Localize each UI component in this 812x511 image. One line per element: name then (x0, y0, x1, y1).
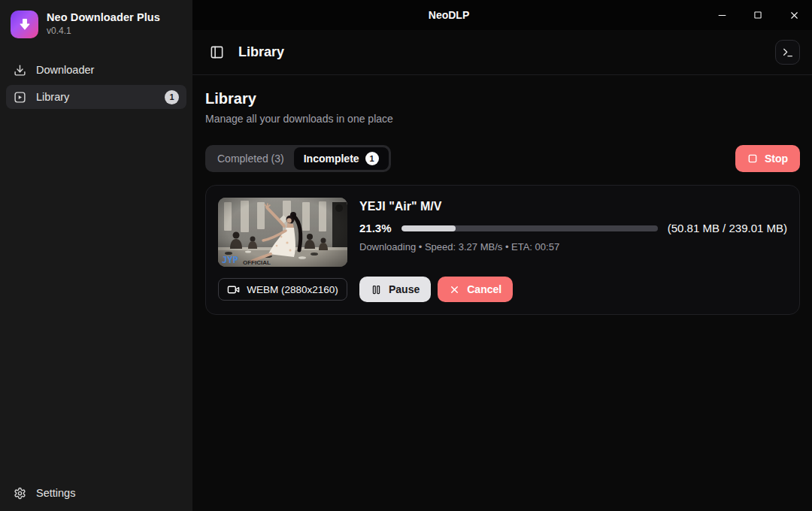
square-play-icon (14, 91, 26, 104)
app-brand-text: Neo Downloader Plus v0.4.1 (47, 11, 160, 36)
format-badge: WEBM (2880x2160) (218, 278, 347, 301)
terminal-icon (782, 47, 794, 59)
gear-icon (14, 487, 26, 500)
tab-group: Completed (3) Incomplete 1 (205, 145, 391, 172)
format-label: WEBM (2880x2160) (247, 284, 338, 295)
page-title: Library (205, 90, 800, 107)
progress-row: 21.3% (50.81 MB / 239.01 MB) (359, 222, 787, 234)
tab-completed[interactable]: Completed (3) (208, 147, 294, 170)
pause-button[interactable]: Pause (359, 277, 431, 302)
progress-percent: 21.3% (359, 222, 392, 234)
minimize-icon (717, 10, 728, 21)
sidebar-item-label: Downloader (36, 64, 94, 76)
sidebar-toggle-button[interactable] (205, 41, 228, 64)
pause-button-label: Pause (389, 283, 420, 295)
app-version: v0.4.1 (47, 26, 160, 36)
cancel-button[interactable]: Cancel (438, 277, 513, 302)
app-name: Neo Downloader Plus (47, 11, 160, 23)
sidebar-footer: Settings (6, 481, 186, 505)
download-arrow-icon (17, 17, 33, 33)
window-title: NeoDLP (429, 9, 469, 21)
tab-label: Completed (3) (217, 153, 284, 165)
video-thumbnail: JYP OFFICIAL (218, 198, 347, 267)
sidebar-item-label: Library (36, 91, 69, 103)
page-subtitle: Manage all your downloads in one place (205, 113, 800, 125)
library-toolbar: Completed (3) Incomplete 1 Stop (205, 145, 800, 172)
incomplete-count-badge: 1 (365, 152, 379, 165)
progress-bar (401, 225, 658, 231)
cancel-button-label: Cancel (467, 283, 501, 295)
minimize-button[interactable] (704, 0, 740, 30)
library-count-badge: 1 (165, 90, 179, 104)
download-info: YEJI "Air" M/V 21.3% (50.81 MB / 239.01 … (359, 198, 787, 267)
panel-left-icon (210, 45, 224, 59)
stop-button-label: Stop (765, 153, 788, 165)
app-brand: Neo Downloader Plus v0.4.1 (6, 11, 186, 38)
tab-incomplete[interactable]: Incomplete 1 (294, 147, 389, 170)
download-card: JYP OFFICIAL YEJI "Air" M/V 21.3% (50.81… (205, 185, 800, 315)
maximize-icon (753, 10, 763, 20)
maximize-button[interactable] (740, 0, 776, 30)
download-icon (14, 64, 26, 77)
terminal-button[interactable] (775, 40, 800, 65)
x-icon (449, 284, 460, 295)
download-status: Downloading • Speed: 3.27 MB/s • ETA: 00… (359, 241, 787, 252)
sidebar-item-downloader[interactable]: Downloader (6, 58, 186, 82)
header-title: Library (238, 44, 284, 60)
download-size: (50.81 MB / 239.01 MB) (668, 222, 787, 234)
main-region: NeoDLP Library Library Manage all your d… (192, 0, 812, 511)
page-content: Library Manage all your downloads in one… (192, 75, 812, 315)
stop-icon (747, 153, 758, 164)
sidebar-item-library[interactable]: Library 1 (6, 85, 186, 109)
video-icon (227, 283, 240, 296)
settings-label: Settings (36, 487, 75, 499)
close-button[interactable] (776, 0, 812, 30)
thumbnail-art: JYP OFFICIAL (218, 198, 347, 267)
stop-button[interactable]: Stop (735, 145, 800, 172)
pause-icon (371, 284, 382, 295)
app-logo-icon (11, 11, 38, 38)
sidebar: Neo Downloader Plus v0.4.1 Downloader Li… (0, 0, 192, 511)
close-icon (789, 10, 800, 21)
download-actions: Pause Cancel (359, 277, 787, 302)
window-titlebar: NeoDLP (192, 0, 812, 30)
watermark-text: OFFICIAL (243, 259, 271, 266)
page-header: Library (192, 30, 812, 75)
progress-fill (401, 225, 456, 231)
sidebar-nav: Downloader Library 1 (6, 58, 186, 109)
tab-label: Incomplete (304, 153, 359, 165)
sidebar-item-settings[interactable]: Settings (6, 481, 186, 505)
watermark-brand: JYP (222, 255, 238, 265)
download-title: YEJI "Air" M/V (359, 200, 787, 213)
